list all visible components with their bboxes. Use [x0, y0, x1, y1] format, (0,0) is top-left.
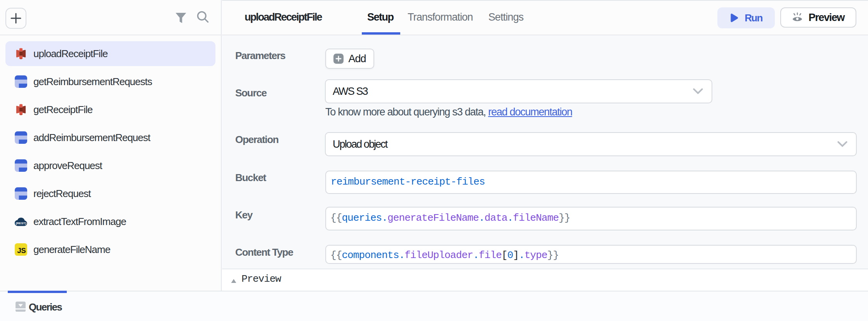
svg-text:{REST}: {REST} [16, 222, 26, 225]
svg-text:JS: JS [17, 246, 26, 255]
